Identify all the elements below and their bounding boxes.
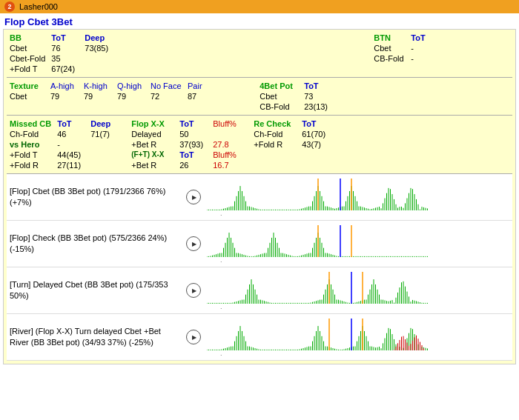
bb-cbetfold-tot: 35 (48, 53, 82, 64)
bb-foldt-label: +Fold T (7, 64, 48, 74)
fourbet-cbfold-label: CB-Fold (257, 101, 301, 112)
analysis-text-2: [Flop] Check (BB 3Bet pot) (575/2366 24%… (10, 233, 180, 256)
bb-cbet-deep: 73(85) (82, 43, 133, 53)
chart2-weak-label: Weak (207, 261, 224, 262)
texture-cbet-qhigh: 79 (114, 91, 148, 101)
missed-fplust-tot: ToT (176, 150, 210, 160)
texture-header: Texture (7, 81, 47, 91)
chart-area-2: Weak Strong (207, 225, 509, 262)
chart3-weak-label: Weak (207, 307, 224, 309)
missed-fplust-label: (F+T) X-X (128, 150, 176, 160)
chart1-weak-label: Weak (207, 214, 224, 216)
play-button-3[interactable] (186, 283, 201, 298)
missed-header: Missed CB (7, 119, 54, 129)
recheck-foldr-tot: 43(7) (299, 139, 512, 150)
btn-tot-header: ToT (408, 33, 512, 43)
texture-cbet-label: Cbet (7, 91, 47, 101)
recheck-header: Re Check (251, 119, 299, 129)
bb-row-2: Cbet-Fold 35 CB-Fold - (7, 53, 512, 64)
texture-row-cbfold: CB-Fold 23(13) (7, 101, 512, 112)
missed-chfold-label: Ch-Fold (7, 129, 54, 139)
chart-area-3: Weak Strong (207, 272, 509, 309)
main-container: BB ToT Deep BTN ToT Cbet 76 73(85) Cbet … (3, 29, 516, 364)
bb-foldt-tot: 67(24) (48, 64, 82, 74)
texture-noface: No Face (148, 81, 185, 91)
missed-deep-header: Deep (87, 119, 128, 129)
missed-vshero-tot: - (54, 139, 87, 150)
analysis-row-2: [Flop] Check (BB 3Bet pot) (575/2366 24%… (7, 221, 512, 267)
bb-section: BB ToT Deep BTN ToT Cbet 76 73(85) Cbet … (7, 33, 512, 74)
chart-area-4: Weak Strong (207, 319, 509, 356)
missed-chfold-deep: 71(7) (87, 129, 128, 139)
fourbet-cbet-label: Cbet (257, 91, 301, 101)
analysis-section: [Flop] Cbet (BB 3Bet pot) (1791/2366 76%… (7, 173, 512, 361)
recheck-chfold-tot: 61(70) (299, 129, 512, 139)
chart4-weak-label: Weak (207, 354, 224, 356)
recheck-tot-header: ToT (299, 119, 512, 129)
btn-cbfold-val: - (408, 53, 512, 64)
chart-area-1: Weak Strong (207, 179, 509, 216)
texture-pair: Pair (185, 81, 214, 91)
analysis-row-4: [River] (Flop X-X) Turn delayed Cbet +Be… (7, 314, 512, 361)
missed-foldr-tot: 27(11) (54, 160, 87, 170)
missed-foldt-label: +Fold T (7, 150, 54, 160)
recheck-chfold-label: Ch-Fold (251, 129, 299, 139)
texture-cbet-ahigh: 79 (47, 91, 81, 101)
bb-deep-header: Deep (82, 33, 133, 43)
analysis-row-1: [Flop] Cbet (BB 3Bet pot) (1791/2366 76%… (7, 174, 512, 221)
missed-row-2: vs Hero - +Bet R 37(93) 27.8 +Fold R 43(… (7, 139, 512, 150)
fourbet-cbet-val: 73 (301, 91, 512, 101)
bb-cbetfold-label: Cbet-Fold (7, 53, 48, 64)
missed-betr-tot: 37(93) (176, 139, 210, 150)
missed-tot-header: ToT (54, 119, 87, 129)
texture-khigh: K-high (81, 81, 114, 91)
missed-chfold-tot: 46 (54, 129, 87, 139)
bb-cbet-label: Cbet (7, 43, 48, 53)
analysis-text-1: [Flop] Cbet (BB 3Bet pot) (1791/2366 76%… (10, 186, 180, 209)
texture-cbet-noface: 72 (148, 91, 185, 101)
btn-header: BTN (371, 33, 408, 43)
flopxx-tot-header: ToT (176, 119, 210, 129)
fourbet-tot-header: ToT (301, 81, 512, 91)
btn-cbet-label: Cbet (371, 43, 408, 53)
missed-vshero-label: vs Hero (7, 139, 54, 150)
missed-foldr-label: +Fold R (7, 160, 54, 170)
missed-delayed-tot: 50 (176, 129, 210, 139)
play-button-2[interactable] (186, 236, 201, 251)
texture-ahigh: A-high (47, 81, 81, 91)
title-bar: 2 Lasher000 (0, 0, 519, 13)
btn-cbet-val: - (408, 43, 512, 53)
chart4-strong-label: Strong (489, 354, 509, 356)
texture-cbet-khigh: 79 (81, 91, 114, 101)
missed-fplust-bluff: Bluff% (210, 150, 251, 160)
texture-row-cbet: Cbet 79 79 79 72 87 Cbet 73 (7, 91, 512, 101)
app-icon: 2 (4, 1, 15, 12)
bb-row-1: Cbet 76 73(85) Cbet - (7, 43, 512, 53)
bb-row-3: +Fold T 67(24) (7, 64, 512, 74)
play-button-1[interactable] (186, 190, 201, 204)
bluff-header: Bluff% (210, 119, 251, 129)
analysis-text-3: [Turn] Delayed Cbet (BB 3Bet pot) (175/3… (10, 279, 180, 302)
missed-section: Missed CB ToT Deep Flop X-X ToT Bluff% R… (7, 119, 512, 170)
missed-delayed-label: Delayed (128, 129, 176, 139)
chart1-strong-label: Strong (489, 214, 509, 216)
fourbet-header: 4Bet Pot (257, 81, 301, 91)
analysis-text-4: [River] (Flop X-X) Turn delayed Cbet +Be… (10, 326, 180, 349)
btn-cbfold-label: CB-Fold (371, 53, 408, 64)
fourbet-cbfold-val: 23(13) (301, 101, 512, 112)
missed-betr2-label: +Bet R (128, 160, 176, 170)
texture-section: Texture A-high K-high Q-high No Face Pai… (7, 81, 512, 112)
missed-betr-bluff: 27.8 (210, 139, 251, 150)
texture-qhigh: Q-high (114, 81, 148, 91)
texture-cbet-pair: 87 (185, 91, 214, 101)
bb-tot-header: ToT (48, 33, 82, 43)
username: Lasher000 (19, 2, 58, 11)
missed-betr-label: +Bet R (128, 139, 176, 150)
play-button-4[interactable] (186, 330, 201, 344)
chart2-strong-label: Strong (489, 261, 509, 262)
missed-row-1: Ch-Fold 46 71(7) Delayed 50 Ch-Fold 61(7… (7, 129, 512, 139)
page-title: Flop Cbet 3Bet (0, 13, 519, 29)
missed-row-3: +Fold T 44(45) (F+T) X-X ToT Bluff% (7, 150, 512, 160)
missed-betr2-bluff: 16.7 (210, 160, 251, 170)
missed-row-4: +Fold R 27(11) +Bet R 26 16.7 (7, 160, 512, 170)
